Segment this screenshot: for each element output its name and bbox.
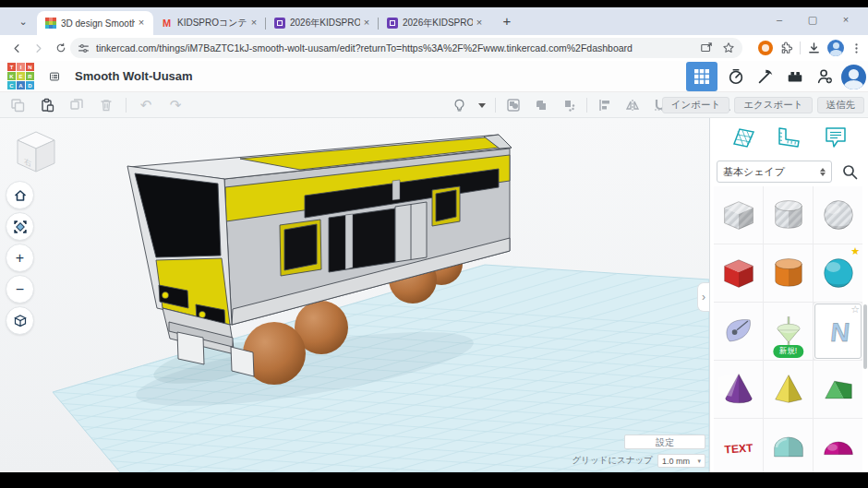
- ungroup-button[interactable]: [559, 95, 579, 115]
- invite-button[interactable]: [810, 62, 839, 91]
- show-all-button[interactable]: [449, 95, 469, 115]
- redo-icon: ↷: [170, 97, 182, 113]
- properties-list-button[interactable]: [43, 65, 66, 88]
- zoom-in-button[interactable]: +: [6, 244, 34, 272]
- grid-settings-button[interactable]: 設定: [624, 434, 705, 449]
- shape-spinning-top[interactable]: 新規!: [764, 303, 813, 360]
- back-button[interactable]: [6, 37, 28, 59]
- snap-grid-row: グリッドにスナップ 1.0 mm▾: [572, 454, 705, 468]
- view-cube[interactable]: 右: [14, 129, 58, 175]
- shape-search-button[interactable]: [838, 161, 862, 183]
- copy-icon: [10, 98, 25, 113]
- user-avatar[interactable]: [841, 65, 866, 89]
- menu-kebab-icon[interactable]: [850, 42, 862, 54]
- shape-tube[interactable]: [764, 419, 813, 472]
- tinkercad-logo[interactable]: TINKERCAD: [7, 63, 34, 89]
- shape-cone[interactable]: [714, 361, 763, 418]
- bricks-button[interactable]: [780, 62, 810, 91]
- perspective-toggle-button[interactable]: [6, 306, 34, 335]
- design-title: Smooth Wolt-Uusam: [75, 69, 193, 83]
- workplane-grid-icon: [729, 125, 756, 149]
- shape-cylinder-hole[interactable]: [764, 186, 813, 244]
- close-button[interactable]: ×: [833, 7, 859, 31]
- minimize-button[interactable]: –: [766, 7, 792, 31]
- sim-lab-icon: [727, 66, 745, 87]
- shape-category-select[interactable]: 基本シェイプ: [717, 161, 832, 183]
- shape-box[interactable]: [714, 244, 763, 302]
- tab-title: 3D design Smooth Wolt-Uusam: [61, 18, 135, 29]
- browser-tab[interactable]: 2026年KIDSPROプログラミングコン×: [266, 11, 379, 35]
- tab-close-icon[interactable]: ×: [473, 17, 486, 30]
- shape-half-sphere[interactable]: [814, 419, 862, 472]
- grid-icon: [693, 68, 710, 85]
- top-letterbox: [0, 0, 868, 7]
- shape-pyramid[interactable]: [764, 361, 813, 418]
- import-button[interactable]: インポート: [662, 97, 729, 113]
- export-button[interactable]: エクスポート: [734, 97, 812, 113]
- shape-sphere-hole[interactable]: [814, 186, 862, 244]
- shape-scribble[interactable]: [714, 303, 763, 360]
- redo-button[interactable]: ↷: [165, 95, 186, 115]
- fit-view-button[interactable]: [6, 212, 34, 241]
- paste-button[interactable]: [37, 95, 57, 115]
- tab-close-icon[interactable]: ×: [360, 17, 373, 30]
- extension-icon[interactable]: [758, 41, 773, 55]
- maximize-button[interactable]: ▢: [800, 7, 826, 31]
- bookmark-star-icon[interactable]: [722, 42, 735, 54]
- show-all-dropdown[interactable]: [476, 95, 488, 115]
- browser-tab-strip: ⌄ 3D design Smooth Wolt-Uusam×MKIDSPROコン…: [0, 7, 868, 35]
- shape-box-hole[interactable]: [714, 186, 763, 244]
- copy-button[interactable]: [7, 95, 28, 115]
- download-icon[interactable]: [807, 42, 821, 55]
- duplicate-button[interactable]: [66, 95, 87, 115]
- align-button[interactable]: [595, 95, 615, 115]
- 3d-view-button[interactable]: [686, 62, 717, 91]
- shape-3d-text[interactable]: N☆: [814, 303, 862, 360]
- tab-close-icon[interactable]: ×: [247, 17, 260, 30]
- favorite-star-icon[interactable]: ★: [850, 245, 860, 257]
- new-badge: 新規!: [773, 345, 803, 358]
- reload-button[interactable]: [50, 37, 72, 59]
- screen: ⌄ 3D design Smooth Wolt-Uusam×MKIDSPROコン…: [0, 0, 868, 488]
- group-icon: [506, 98, 521, 113]
- snap-grid-select[interactable]: 1.0 mm▾: [657, 454, 705, 468]
- tab-search-button[interactable]: ⌄: [13, 11, 33, 31]
- browser-tab[interactable]: 2026年KIDSPROプログラミングコン×: [379, 11, 491, 35]
- shape-text[interactable]: TEXT: [714, 419, 763, 472]
- forward-button[interactable]: [28, 37, 50, 59]
- shape-roof[interactable]: [814, 361, 862, 418]
- browser-tab[interactable]: MKIDSPROコンテスト - okada.kidsp×: [153, 11, 266, 35]
- panel-scrollbar[interactable]: [863, 304, 867, 369]
- shape-cylinder[interactable]: [764, 244, 813, 302]
- home-icon: [13, 188, 28, 203]
- delete-button[interactable]: [96, 95, 116, 115]
- notes-button[interactable]: [820, 124, 851, 151]
- logo-tile: D: [26, 81, 34, 89]
- tab-title: 2026年KIDSPROプログラミングコン: [403, 17, 473, 30]
- ruler-helper-button[interactable]: [773, 124, 804, 151]
- extensions-puzzle-icon[interactable]: [779, 42, 793, 55]
- blocks-export-button[interactable]: [751, 62, 780, 91]
- mirror-button[interactable]: [622, 95, 643, 115]
- 3d-viewport[interactable]: 右 + − › 設定 グリッドにスナップ 1.0 mm▾: [0, 118, 709, 472]
- share-icon[interactable]: [700, 42, 713, 54]
- undo-button[interactable]: ↶: [136, 95, 156, 115]
- browser-tab[interactable]: 3D design Smooth Wolt-Uusam×: [37, 11, 153, 35]
- address-bar[interactable]: tinkercad.com/things/iM7BaZTC1kJ-smooth-…: [70, 38, 742, 58]
- union-button[interactable]: [531, 95, 551, 115]
- favorite-star-outline-icon[interactable]: ☆: [850, 304, 860, 315]
- home-view-button[interactable]: [6, 181, 34, 209]
- group-button[interactable]: [503, 95, 524, 115]
- shape-sphere[interactable]: ★: [814, 244, 862, 302]
- browser-profile-avatar[interactable]: [827, 40, 844, 56]
- zoom-out-button[interactable]: −: [6, 275, 34, 304]
- logo-tile: C: [7, 81, 16, 89]
- new-tab-button[interactable]: +: [497, 11, 517, 31]
- workplane-helper-button[interactable]: [727, 124, 758, 151]
- tab-close-icon[interactable]: ×: [135, 17, 148, 30]
- brick-icon: [786, 66, 804, 87]
- panel-collapse-handle[interactable]: ›: [697, 282, 709, 312]
- headlight: [163, 292, 169, 299]
- sim-lab-button[interactable]: [721, 62, 751, 91]
- send-to-button[interactable]: 送信先: [817, 97, 865, 113]
